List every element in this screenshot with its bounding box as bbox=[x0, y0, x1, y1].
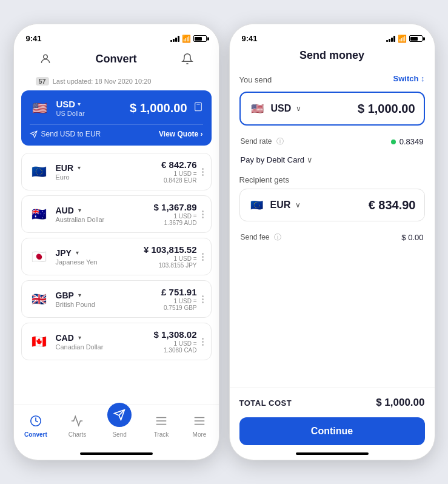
currency-list-item[interactable]: 🇬🇧 GBP ▾ British Pound £ 751.91 1 USD =0… bbox=[21, 280, 212, 318]
continue-button[interactable]: Continue bbox=[239, 417, 425, 445]
dots-menu[interactable] bbox=[202, 210, 204, 218]
send-usd-row[interactable]: Send USD to EUR View Quote › bbox=[30, 124, 203, 138]
you-send-header: You send Switch ↕ bbox=[239, 69, 425, 88]
dropdown-CAD[interactable]: ▾ bbox=[78, 334, 81, 341]
battery-icon bbox=[193, 35, 207, 42]
nav-more[interactable]: More bbox=[185, 410, 214, 440]
pay-chevron-icon[interactable]: ∨ bbox=[307, 155, 313, 164]
home-indicator-left bbox=[80, 452, 153, 455]
dropdown-JPY[interactable]: ▾ bbox=[76, 249, 79, 256]
dots-menu[interactable] bbox=[202, 253, 204, 261]
phones-container: 9:41 📶 bbox=[13, 24, 435, 460]
screen-header-convert: Convert bbox=[26, 44, 207, 75]
screen-header-send: Send money bbox=[242, 44, 423, 67]
currency-list: 🇪🇺 EUR ▾ Euro € 842.76 1 USD =0.8428 EUR bbox=[21, 153, 212, 360]
fee-label: Send fee ⓘ bbox=[241, 232, 281, 243]
nav-charts[interactable]: Charts bbox=[62, 410, 92, 440]
dots-menu[interactable] bbox=[202, 338, 204, 346]
charts-nav-label: Charts bbox=[69, 431, 86, 438]
send-dropdown-icon[interactable]: ∨ bbox=[296, 104, 301, 113]
send-currency-code: USD bbox=[271, 103, 292, 114]
dots-menu[interactable] bbox=[202, 295, 204, 303]
send-rate-label: Send rate ⓘ bbox=[241, 136, 284, 147]
send-screen-content: You send Switch ↕ 🇺🇸 USD ∨ $ 1,000.00 bbox=[230, 67, 435, 388]
send-amount-value: $ 1,000.00 bbox=[358, 102, 415, 116]
recipient-dropdown-icon[interactable]: ∨ bbox=[295, 201, 301, 209]
view-quote-btn[interactable]: View Quote › bbox=[159, 130, 202, 138]
recipient-gets-header: Recipient gets bbox=[239, 174, 425, 185]
status-bar-right: 9:41 📶 bbox=[242, 30, 423, 44]
send-rate-row: Send rate ⓘ 0.8349 bbox=[239, 132, 425, 152]
usd-amount: $ 1,000.00 bbox=[130, 101, 187, 115]
nav-convert[interactable]: Convert bbox=[18, 410, 53, 440]
total-cost-value: $ 1,000.00 bbox=[376, 397, 424, 409]
signal-icon-right bbox=[386, 36, 395, 42]
recipient-card[interactable]: 🇪🇺 EUR ∨ € 834.90 bbox=[239, 189, 425, 221]
flag-AUD: 🇦🇺 bbox=[29, 204, 50, 224]
recipient-currency-code: EUR bbox=[270, 200, 291, 210]
currency-list-item[interactable]: 🇨🇦 CAD ▾ Canadian Dollar $ 1,308.02 1 US… bbox=[21, 323, 212, 360]
svg-point-0 bbox=[43, 55, 47, 59]
usd-name: US Dollar bbox=[56, 110, 85, 117]
recipient-amount: € 834.90 bbox=[369, 198, 416, 212]
send-amount-card[interactable]: 🇺🇸 USD ∨ $ 1,000.00 bbox=[239, 92, 425, 126]
calculator-icon[interactable] bbox=[193, 102, 203, 114]
battery-icon-right bbox=[409, 35, 423, 42]
fee-info-icon[interactable]: ⓘ bbox=[274, 233, 281, 241]
recipient-gets-label: Recipient gets bbox=[239, 175, 289, 184]
flag-CAD: 🇨🇦 bbox=[29, 331, 50, 352]
dropdown-AUD[interactable]: ▾ bbox=[78, 207, 81, 213]
user-icon[interactable] bbox=[36, 49, 55, 69]
notch-area-right: 9:41 📶 Send money bbox=[230, 24, 435, 67]
flag-GBP: 🇬🇧 bbox=[29, 289, 50, 309]
last-updated: 57 Last updated: 18 Nov 2020 10:20 bbox=[26, 75, 207, 90]
update-badge: 57 bbox=[36, 77, 49, 86]
phone-convert: 9:41 📶 bbox=[13, 24, 219, 460]
nav-send[interactable]: Send bbox=[101, 410, 138, 440]
wifi-icon: 📶 bbox=[182, 35, 191, 43]
wifi-icon-right: 📶 bbox=[398, 35, 407, 43]
send-usd-label: Send USD to EUR bbox=[41, 130, 101, 138]
svg-rect-1 bbox=[195, 103, 201, 110]
convert-nav-label: Convert bbox=[24, 431, 47, 438]
dropdown-EUR[interactable]: ▾ bbox=[78, 164, 81, 171]
you-send-label: You send bbox=[239, 75, 272, 84]
notch-area-left: 9:41 📶 bbox=[14, 24, 219, 90]
dots-menu[interactable] bbox=[202, 168, 204, 176]
currency-list-item[interactable]: 🇦🇺 AUD ▾ Australian Dollar $ 1,367.89 1 … bbox=[21, 195, 212, 233]
send-currency-selector[interactable]: 🇺🇸 USD ∨ bbox=[249, 100, 302, 117]
flag-EUR: 🇪🇺 bbox=[29, 161, 50, 182]
total-cost-label: TOTAL COST bbox=[239, 398, 292, 408]
switch-btn[interactable]: Switch ↕ bbox=[393, 74, 424, 83]
rate-info-icon[interactable]: ⓘ bbox=[276, 137, 284, 146]
status-time-left: 9:41 bbox=[26, 34, 42, 43]
screen-title-convert: Convert bbox=[55, 53, 178, 66]
pay-by-row[interactable]: Pay by Debit Card ∨ bbox=[239, 152, 425, 170]
main-currency-card[interactable]: 🇺🇸 USD ▾ US Dollar $ 1,000.00 bbox=[21, 90, 212, 146]
fee-row: Send fee ⓘ $ 0.00 bbox=[239, 227, 425, 247]
green-dot bbox=[391, 139, 396, 144]
more-nav-icon bbox=[191, 412, 208, 429]
send-nav-label: Send bbox=[112, 431, 126, 438]
track-nav-icon bbox=[153, 412, 170, 429]
update-text: Last updated: 18 Nov 2020 10:20 bbox=[53, 78, 152, 85]
usd-code: USD bbox=[56, 99, 76, 109]
fee-value: $ 0.00 bbox=[401, 233, 423, 242]
currency-list-item[interactable]: 🇪🇺 EUR ▾ Euro € 842.76 1 USD =0.8428 EUR bbox=[21, 153, 212, 190]
send-rate-value: 0.8349 bbox=[391, 137, 424, 146]
total-cost-bar: TOTAL COST $ 1,000.00 bbox=[230, 388, 435, 417]
convert-screen-content: 🇺🇸 USD ▾ US Dollar $ 1,000.00 bbox=[14, 90, 219, 405]
send-flag: 🇺🇸 bbox=[249, 100, 266, 117]
usd-dropdown[interactable]: ▾ bbox=[78, 101, 81, 107]
bell-icon[interactable] bbox=[178, 49, 197, 69]
currency-list-item[interactable]: 🇯🇵 JPY ▾ Japanese Yen ¥ 103,815.52 1 USD… bbox=[21, 238, 212, 275]
recipient-currency-selector[interactable]: 🇪🇺 EUR ∨ bbox=[249, 197, 301, 213]
bottom-nav-left: Convert Charts Send bbox=[14, 405, 219, 450]
dropdown-GBP[interactable]: ▾ bbox=[78, 292, 81, 298]
usd-flag: 🇺🇸 bbox=[30, 98, 50, 118]
pay-by-label: Pay by Debit Card bbox=[241, 155, 305, 164]
track-nav-label: Track bbox=[154, 431, 169, 438]
nav-track[interactable]: Track bbox=[147, 410, 176, 440]
phone-send: 9:41 📶 Send money bbox=[229, 24, 435, 460]
flag-JPY: 🇯🇵 bbox=[29, 246, 50, 267]
